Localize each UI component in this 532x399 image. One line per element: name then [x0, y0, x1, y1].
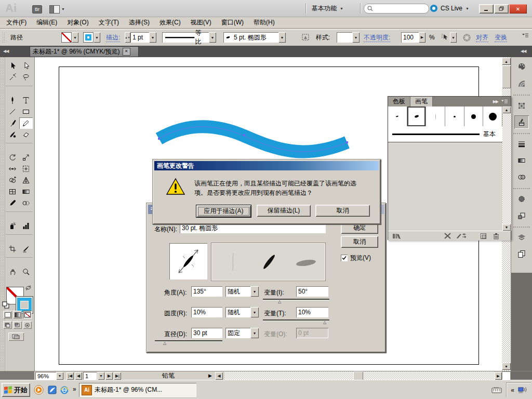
tool-blend-icon[interactable] [19, 197, 33, 209]
tool-blob-brush-icon[interactable] [6, 129, 19, 140]
quicklaunch-overflow-icon[interactable]: » [73, 385, 76, 393]
document-tab[interactable]: 未标题-1* @ 96% (CMYK/预览) ✕ [30, 46, 139, 57]
chevron-down-icon[interactable]: ▼ [56, 372, 63, 380]
tool-line-segment-icon[interactable] [6, 106, 19, 117]
angle-variation-input[interactable]: 50° [296, 286, 328, 297]
screen-mode-button[interactable] [8, 332, 24, 341]
tool-perspective-grid-icon[interactable] [19, 175, 33, 186]
dock-swatches-icon[interactable] [514, 99, 529, 112]
next-artboard-icon[interactable]: ▶ [105, 372, 113, 380]
dock-color-guide-icon[interactable] [514, 77, 529, 90]
brush-item-3[interactable] [445, 107, 464, 127]
last-artboard-icon[interactable]: ▶| [114, 372, 121, 380]
menu-item-0[interactable]: 文件(F) [6, 18, 26, 27]
tool-slice-icon[interactable] [19, 243, 33, 255]
tool-eraser-icon[interactable] [19, 129, 33, 140]
arrange-documents-caret-icon[interactable]: ▼ [61, 7, 65, 11]
chevron-down-icon[interactable]: ▼ [209, 32, 216, 43]
resize-corner[interactable] [502, 371, 511, 380]
alert-title-bar[interactable]: 画笔更改警告 [154, 161, 379, 170]
status-display[interactable]: 铅笔 ▶ [124, 371, 213, 380]
chevron-right-icon[interactable]: ▶ [419, 32, 425, 43]
chevron-down-icon[interactable]: ▼ [72, 32, 78, 43]
slider-handle-icon[interactable]: △ [278, 299, 281, 304]
menu-item-2[interactable]: 对象(O) [67, 18, 88, 27]
network-status-icon[interactable] [517, 387, 527, 394]
default-fill-stroke-icon[interactable] [2, 301, 9, 309]
control-bar-grip[interactable] [2, 32, 5, 44]
tool-pencil-icon[interactable] [19, 117, 33, 129]
expand-panel-icon[interactable]: ▶▶ [493, 99, 498, 104]
brush-item-1[interactable] [407, 107, 427, 127]
roundness-variation-input[interactable]: 10% [296, 307, 328, 317]
cs-live-button[interactable]: CS Live ▼ [430, 4, 469, 13]
dock-gradient-icon[interactable] [514, 154, 529, 167]
media-player-quicklaunch-icon[interactable] [33, 384, 44, 395]
status-menu-icon[interactable]: ▶ [208, 373, 212, 378]
dock-stroke-icon[interactable] [514, 137, 529, 151]
restore-button[interactable] [494, 4, 509, 14]
brush-item-basic[interactable]: 基本 [388, 126, 502, 142]
style-dropdown[interactable]: ▼ [337, 32, 360, 43]
dock-symbols-icon[interactable] [514, 192, 529, 206]
tool-rotate-icon[interactable] [6, 152, 19, 163]
new-brush-icon[interactable] [480, 233, 487, 240]
tool-pen-icon[interactable] [6, 95, 19, 106]
cancel-button[interactable]: 取消 [341, 236, 378, 248]
collapse-dock-icon[interactable]: ◀◀ [521, 49, 526, 54]
horizontal-scroll-thumb[interactable] [353, 371, 363, 380]
slider-handle-icon[interactable]: △ [163, 341, 166, 345]
tool-artboard-icon[interactable] [6, 243, 19, 255]
tool-rectangle-icon[interactable] [19, 106, 33, 117]
tool-paintbrush-icon[interactable] [6, 117, 19, 129]
menu-item-8[interactable]: 帮助(H) [254, 18, 275, 27]
zoom-value[interactable]: 96% [35, 372, 56, 380]
tool-free-transform-icon[interactable] [19, 163, 33, 175]
dock-transparency-icon[interactable] [514, 170, 529, 184]
scroll-up-icon[interactable]: ▲ [502, 107, 511, 113]
vertical-scroll-thumb[interactable] [502, 65, 511, 88]
fill-swatch[interactable]: ▼ [61, 32, 78, 43]
roundness-input[interactable]: 10% [191, 307, 222, 317]
delete-brush-icon[interactable] [493, 233, 499, 240]
search-input[interactable] [364, 4, 429, 14]
tool-width-icon[interactable] [6, 163, 19, 175]
diameter-mode-dropdown[interactable]: 固定▼ [225, 328, 259, 338]
width-profile-dropdown[interactable]: 等比 ▼ [162, 32, 216, 43]
chevron-down-icon[interactable]: ▼ [278, 32, 286, 43]
preview-checkbox[interactable]: 预览(V) [341, 254, 371, 262]
angle-variation-slider[interactable] [263, 299, 329, 300]
close-document-icon[interactable]: ✕ [123, 48, 130, 56]
chevron-down-icon[interactable]: ▼ [352, 32, 360, 43]
chevron-down-icon[interactable]: ▼ [94, 32, 100, 43]
stroke-link[interactable]: 描边: [106, 33, 120, 42]
workspace-switcher[interactable]: 基本功能 ▼ [312, 4, 343, 12]
brush-item-5[interactable] [483, 107, 502, 127]
brush-libraries-icon[interactable] [392, 233, 401, 239]
brush-item-4[interactable] [464, 107, 484, 127]
select-similar-control[interactable]: ▼ [441, 32, 457, 43]
remove-brush-stroke-icon[interactable] [444, 233, 451, 239]
tool-type-icon[interactable] [19, 95, 33, 106]
scroll-down-icon[interactable]: ▼ [502, 224, 511, 231]
menu-item-3[interactable]: 文字(T) [99, 18, 119, 27]
opacity-value[interactable]: 100 [401, 32, 419, 43]
menu-item-1[interactable]: 编辑(E) [36, 18, 57, 27]
tool-shape-builder-icon[interactable] [6, 175, 19, 186]
start-button[interactable]: 开始 [2, 383, 30, 397]
swap-fill-stroke-icon[interactable] [25, 285, 32, 291]
brush-options-icon[interactable] [456, 233, 467, 239]
color-mode-button[interactable] [3, 311, 12, 318]
close-button[interactable]: ✕ [509, 4, 527, 14]
tool-lasso-icon[interactable] [19, 72, 33, 83]
alert-cancel-button[interactable]: 取消 [315, 205, 370, 217]
tool-scale-icon[interactable] [19, 152, 33, 163]
menu-item-7[interactable]: 窗口(W) [221, 18, 244, 27]
chevron-down-icon[interactable]: ▼ [450, 32, 457, 43]
tool-zoom-icon[interactable] [19, 266, 33, 277]
brush-angle-editor[interactable] [169, 243, 207, 280]
opacity-link[interactable]: 不透明度: [364, 33, 390, 42]
roundness-variation-slider[interactable] [263, 320, 329, 321]
dock-layers-icon[interactable] [514, 231, 529, 244]
tool-direct-selection-icon[interactable] [19, 60, 33, 72]
